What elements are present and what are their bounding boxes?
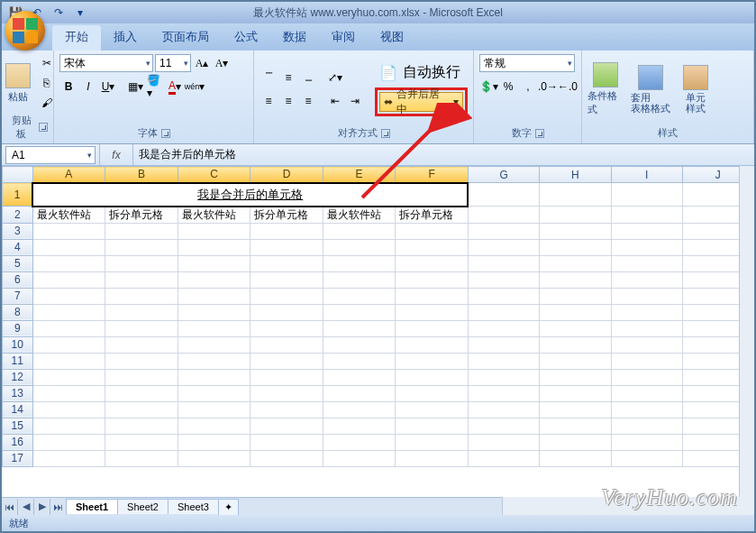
sheet-tab-Sheet1[interactable]: Sheet1 xyxy=(66,499,118,514)
cell[interactable] xyxy=(250,304,323,320)
cell[interactable] xyxy=(250,255,323,271)
row-header-3[interactable]: 3 xyxy=(3,223,33,239)
cell[interactable] xyxy=(178,223,250,239)
cell[interactable] xyxy=(611,401,682,418)
name-box[interactable]: A1 xyxy=(5,146,96,164)
tab-数据[interactable]: 数据 xyxy=(270,25,319,51)
align-top-button[interactable]: ⎺ xyxy=(260,69,278,87)
cell[interactable] xyxy=(396,336,469,353)
formula-input[interactable]: 我是合并后的单元格 xyxy=(133,147,754,162)
cell[interactable] xyxy=(396,434,469,450)
chevron-down-icon[interactable]: ▾ xyxy=(453,96,459,108)
cell[interactable]: 拆分单元格 xyxy=(396,207,469,224)
tab-审阅[interactable]: 审阅 xyxy=(319,25,368,51)
cell[interactable] xyxy=(323,336,396,353)
cell[interactable] xyxy=(468,353,539,369)
qat-dropdown-icon[interactable]: ▾ xyxy=(72,5,88,21)
cell[interactable] xyxy=(32,271,105,288)
cell[interactable]: 拆分单元格 xyxy=(105,207,178,224)
cell[interactable] xyxy=(323,239,396,255)
cell[interactable] xyxy=(611,434,682,450)
clipboard-dialog-icon[interactable] xyxy=(39,123,48,132)
cell[interactable] xyxy=(323,271,396,288)
select-all-corner[interactable] xyxy=(3,167,33,183)
cell[interactable] xyxy=(396,450,469,466)
cell[interactable] xyxy=(178,369,250,385)
font-size-combo[interactable]: 11 xyxy=(155,54,191,72)
increase-indent-button[interactable]: ⇥ xyxy=(346,92,364,110)
conditional-format-button[interactable]: 条件格式 xyxy=(587,62,624,116)
cell[interactable] xyxy=(540,369,611,385)
font-color-button[interactable]: A▾ xyxy=(166,78,184,96)
cell[interactable] xyxy=(250,401,323,418)
horizontal-scrollbar[interactable] xyxy=(502,497,754,515)
cell[interactable] xyxy=(32,401,105,418)
cell[interactable] xyxy=(611,385,682,401)
vertical-scrollbar[interactable] xyxy=(739,166,754,497)
cell[interactable] xyxy=(32,418,105,434)
cell[interactable] xyxy=(468,207,539,224)
cell[interactable] xyxy=(250,385,323,401)
wrap-text-button[interactable]: 📄 自动换行 xyxy=(375,62,468,82)
cell[interactable] xyxy=(323,418,396,434)
cell[interactable] xyxy=(396,418,469,434)
row-header-8[interactable]: 8 xyxy=(3,304,33,320)
cell[interactable] xyxy=(105,239,178,255)
number-format-combo[interactable]: 常规 xyxy=(479,54,575,72)
cell[interactable] xyxy=(396,239,469,255)
cell[interactable] xyxy=(468,255,539,271)
sheet-nav-prev[interactable]: ◀ xyxy=(18,499,34,515)
cell[interactable] xyxy=(396,271,469,288)
row-header-4[interactable]: 4 xyxy=(3,239,33,255)
decrease-indent-button[interactable]: ⇤ xyxy=(326,92,344,110)
cell[interactable] xyxy=(468,320,539,336)
row-header-12[interactable]: 12 xyxy=(3,369,33,385)
cell[interactable] xyxy=(396,255,469,271)
cell[interactable] xyxy=(178,353,250,369)
cell[interactable] xyxy=(323,385,396,401)
cell[interactable] xyxy=(250,239,323,255)
sheet-tab-Sheet3[interactable]: Sheet3 xyxy=(168,499,219,514)
cell[interactable] xyxy=(468,401,539,418)
cell[interactable] xyxy=(611,223,682,239)
paste-button[interactable]: 粘贴 xyxy=(0,63,36,104)
tab-视图[interactable]: 视图 xyxy=(368,25,416,51)
cell[interactable] xyxy=(611,369,682,385)
italic-button[interactable]: I xyxy=(79,78,97,96)
cell[interactable] xyxy=(540,288,611,304)
phonetic-button[interactable]: wén▾ xyxy=(186,78,204,96)
cell[interactable] xyxy=(468,304,539,320)
cell[interactable] xyxy=(611,255,682,271)
cell[interactable] xyxy=(611,304,682,320)
cell[interactable] xyxy=(468,288,539,304)
row-header-7[interactable]: 7 xyxy=(3,288,33,304)
cell[interactable] xyxy=(250,418,323,434)
number-dialog-icon[interactable] xyxy=(535,129,544,138)
col-header-A[interactable]: A xyxy=(32,167,105,183)
cell[interactable] xyxy=(468,223,539,239)
cell[interactable] xyxy=(32,336,105,353)
cut-button[interactable]: ✂ xyxy=(38,54,56,72)
cell[interactable]: 最火软件站 xyxy=(178,207,250,224)
underline-button[interactable]: U▾ xyxy=(99,78,117,96)
cell[interactable] xyxy=(468,336,539,353)
cell[interactable] xyxy=(396,223,469,239)
cell[interactable] xyxy=(468,385,539,401)
cell[interactable] xyxy=(540,255,611,271)
office-button[interactable] xyxy=(5,11,45,51)
col-header-B[interactable]: B xyxy=(105,167,178,183)
cell[interactable] xyxy=(396,401,469,418)
cell[interactable] xyxy=(396,320,469,336)
cell[interactable] xyxy=(540,271,611,288)
tab-开始[interactable]: 开始 xyxy=(52,25,101,51)
tab-公式[interactable]: 公式 xyxy=(222,25,270,51)
cell[interactable] xyxy=(611,271,682,288)
cell[interactable] xyxy=(250,353,323,369)
cell[interactable]: 拆分单元格 xyxy=(250,207,323,224)
cell[interactable] xyxy=(250,450,323,466)
row-header-16[interactable]: 16 xyxy=(3,434,33,450)
font-dialog-icon[interactable] xyxy=(161,129,170,138)
cell[interactable] xyxy=(250,320,323,336)
cell[interactable] xyxy=(250,223,323,239)
cell[interactable] xyxy=(32,450,105,466)
